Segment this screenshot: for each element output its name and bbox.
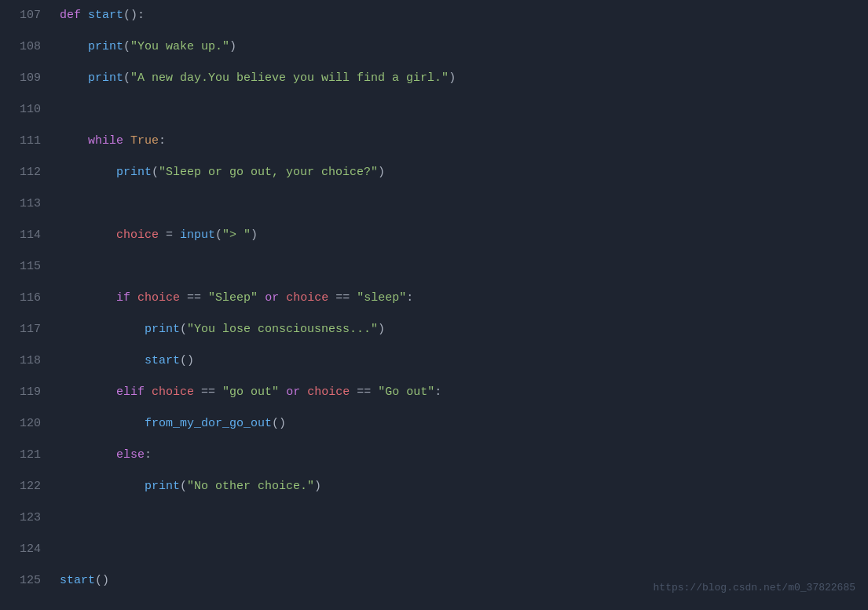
ln-113: 113 bbox=[6, 188, 41, 220]
code-line-115 bbox=[60, 251, 868, 283]
code-content: def start(): print("You wake up.") print… bbox=[47, 0, 868, 610]
ln-114: 114 bbox=[6, 220, 41, 251]
ln-124: 124 bbox=[6, 534, 41, 565]
ln-110: 110 bbox=[6, 94, 41, 126]
ln-116: 116 bbox=[6, 283, 41, 314]
code-line-120: from_my_dor_go_out() bbox=[60, 408, 868, 440]
code-line-124 bbox=[60, 534, 868, 565]
code-line-121: else: bbox=[60, 440, 868, 471]
code-line-109: print("A new day.You believe you will fi… bbox=[60, 63, 868, 94]
code-line-118: start() bbox=[60, 345, 868, 377]
ln-121: 121 bbox=[6, 440, 41, 471]
code-line-116: if choice == "Sleep" or choice == "sleep… bbox=[60, 283, 868, 314]
line-numbers: 107 108 109 110 111 112 113 114 115 116 … bbox=[0, 0, 47, 610]
ln-120: 120 bbox=[6, 408, 41, 440]
ln-115: 115 bbox=[6, 251, 41, 283]
ln-109: 109 bbox=[6, 63, 41, 94]
code-line-111: while True: bbox=[60, 126, 868, 157]
ln-118: 118 bbox=[6, 345, 41, 377]
code-line-123 bbox=[60, 502, 868, 534]
ln-125: 125 bbox=[6, 565, 41, 597]
code-line-117: print("You lose consciousness...") bbox=[60, 314, 868, 345]
ln-122: 122 bbox=[6, 471, 41, 502]
code-line-119: elif choice == "go out" or choice == "Go… bbox=[60, 377, 868, 408]
code-line-114: choice = input("> ") bbox=[60, 220, 868, 251]
code-line-122: print("No other choice.") bbox=[60, 471, 868, 502]
ln-111: 111 bbox=[6, 126, 41, 157]
code-line-112: print("Sleep or go out, your choice?") bbox=[60, 157, 868, 188]
code-line-110 bbox=[60, 94, 868, 126]
code-line-107: def start(): bbox=[60, 0, 868, 31]
code-line-108: print("You wake up.") bbox=[60, 31, 868, 63]
watermark: https://blog.csdn.net/m0_37822685 bbox=[654, 572, 855, 604]
ln-123: 123 bbox=[6, 502, 41, 534]
ln-119: 119 bbox=[6, 377, 41, 408]
ln-112: 112 bbox=[6, 157, 41, 188]
ln-117: 117 bbox=[6, 314, 41, 345]
code-editor: 107 108 109 110 111 112 113 114 115 116 … bbox=[0, 0, 868, 610]
ln-107: 107 bbox=[6, 0, 41, 31]
ln-108: 108 bbox=[6, 31, 41, 63]
code-line-113 bbox=[60, 188, 868, 220]
